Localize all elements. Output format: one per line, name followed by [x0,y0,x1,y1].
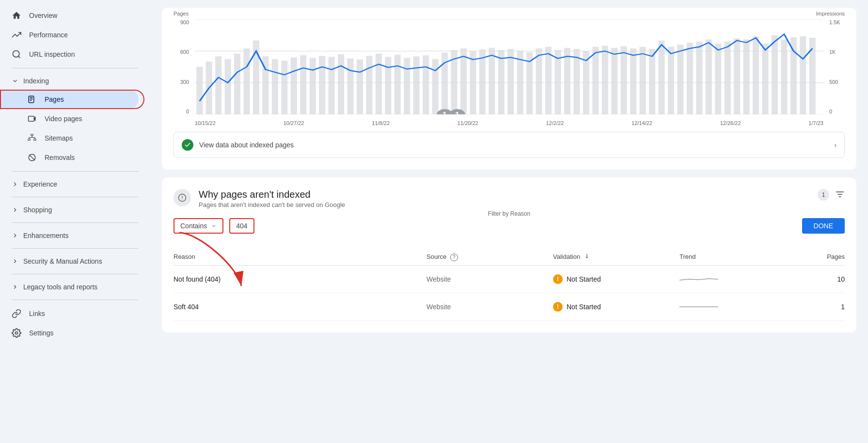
svg-rect-50 [460,48,467,114]
chart-impressions-header: Impressions [816,11,845,16]
sidebar-item-overview[interactable]: Overview [0,6,144,25]
svg-rect-67 [621,47,627,114]
filter-value-input[interactable]: 404 [229,218,254,234]
svg-rect-68 [630,48,636,114]
chart-card: Pages Impressions 900 600 300 0 1.5K 1K … [162,8,856,170]
svg-rect-5 [30,100,32,101]
svg-rect-8 [31,134,33,136]
svg-rect-75 [696,42,702,114]
filter-icon[interactable] [835,190,845,201]
svg-rect-61 [564,48,570,114]
svg-rect-22 [196,67,203,114]
sidebar-divider-6 [12,274,139,274]
sidebar-item-links[interactable]: Links [0,304,144,323]
sidebar-pages-label: Pages [45,95,64,103]
svg-rect-26 [234,54,240,114]
chart-x-labels: 10/15/22 10/27/22 11/8/22 11/20/22 12/2/… [195,120,823,126]
svg-rect-62 [573,49,580,114]
pages-icon [27,95,37,104]
svg-rect-47 [432,59,439,114]
sidebar-settings-label: Settings [29,329,54,337]
sidebar-item-url-inspection[interactable]: URL inspection [0,45,144,64]
svg-rect-77 [715,44,721,114]
chevron-right-icon-shopping [12,206,18,213]
chart-pages-header: Pages [174,11,189,16]
sidebar-item-removals[interactable]: Removals [0,148,144,167]
chevron-right-icon: › [834,141,836,149]
svg-rect-82 [762,44,769,114]
svg-rect-64 [592,47,599,114]
sidebar-section-legacy[interactable]: Legacy tools and reports [0,278,150,296]
svg-rect-55 [507,49,514,114]
sidebar-item-pages[interactable]: Pages [0,90,139,109]
sidebar-video-pages-label: Video pages [45,115,82,123]
sidebar-item-settings[interactable]: Settings [0,323,144,343]
svg-rect-81 [753,36,759,114]
chart-right-axis: 1.5K 1K 500 0 [825,19,845,114]
svg-rect-35 [319,56,325,114]
sidebar-section-security[interactable]: Security & Manual Actions [0,253,150,270]
sidebar-section-experience[interactable]: Experience [0,175,150,193]
sidebar-pages-wrapper: Pages [0,90,144,109]
chevron-right-icon-legacy [12,284,18,290]
section-title-block: Why pages aren't indexed Pages that aren… [199,189,345,208]
filter-bar-wrapper: Filter by Reason Contains 404 DONE [174,218,845,237]
table-row[interactable]: Not found (404) Website ! Not Started 10 [174,266,845,293]
sidebar-divider-1 [12,68,139,68]
info-icon [174,189,191,206]
source-help-icon[interactable]: ? [450,253,458,261]
svg-rect-83 [772,35,778,114]
check-icon [182,139,193,151]
filter-type-dropdown[interactable]: Contains [174,218,223,234]
col-reason-header: Reason [174,253,426,261]
section-subtitle: Pages that aren't indexed can't be serve… [199,201,345,208]
svg-rect-39 [357,60,363,114]
svg-rect-44 [404,58,410,114]
why-not-indexed-card: Why pages aren't indexed Pages that aren… [162,177,856,332]
filter-type-label: Contains [180,222,207,230]
view-indexed-pages-link[interactable]: View data about indexed pages › [174,132,845,158]
col-trend-header: Trend [679,253,806,261]
done-button[interactable]: DONE [802,218,845,234]
section-title: Why pages aren't indexed [199,189,345,200]
col-source-header: Source ? [426,253,553,261]
svg-rect-6 [29,116,34,122]
svg-rect-34 [310,58,316,114]
svg-rect-60 [555,50,561,114]
sidebar-experience-label: Experience [23,180,57,188]
table-row[interactable]: Soft 404 Website ! Not Started 1 [174,293,845,321]
svg-rect-51 [470,51,476,114]
sitemaps-icon [27,133,37,143]
table-header: Reason Source ? Validation Trend Pages [174,249,845,266]
chevron-right-icon-enhancements [12,232,18,239]
chevron-right-icon [12,181,18,188]
sidebar-section-indexing[interactable]: Indexing [0,72,150,90]
svg-rect-33 [300,55,306,114]
svg-rect-40 [366,56,372,114]
trend-sparkline-2 [679,301,806,313]
svg-rect-69 [640,47,646,114]
svg-rect-79 [734,38,740,114]
sidebar-item-sitemaps[interactable]: Sitemaps [0,128,144,148]
sidebar-item-performance[interactable]: Performance [0,25,144,45]
sidebar-removals-label: Removals [45,154,75,161]
chart-left-axis: 900 600 300 0 [174,19,193,114]
svg-rect-66 [611,48,617,114]
gear-icon [12,328,21,338]
sort-down-icon[interactable] [584,253,590,259]
svg-rect-76 [706,39,712,114]
sidebar-section-enhancements[interactable]: Enhancements [0,227,150,244]
chart-area: Pages Impressions 900 600 300 0 1.5K 1K … [174,19,845,126]
svg-rect-42 [385,57,391,114]
chart-canvas: 1 1 [195,19,823,114]
sidebar-overview-label: Overview [29,12,57,19]
not-started-icon-2: ! [553,302,563,312]
sidebar: Overview Performance URL inspection Inde… [0,0,150,443]
sidebar-section-shopping[interactable]: Shopping [0,201,150,219]
sidebar-security-label: Security & Manual Actions [23,257,102,265]
dropdown-chevron-icon [211,223,217,229]
main-content: Pages Impressions 900 600 300 0 1.5K 1K … [150,0,868,443]
svg-rect-45 [413,56,420,114]
sidebar-item-video-pages[interactable]: Video pages [0,109,144,128]
svg-rect-72 [668,47,674,114]
